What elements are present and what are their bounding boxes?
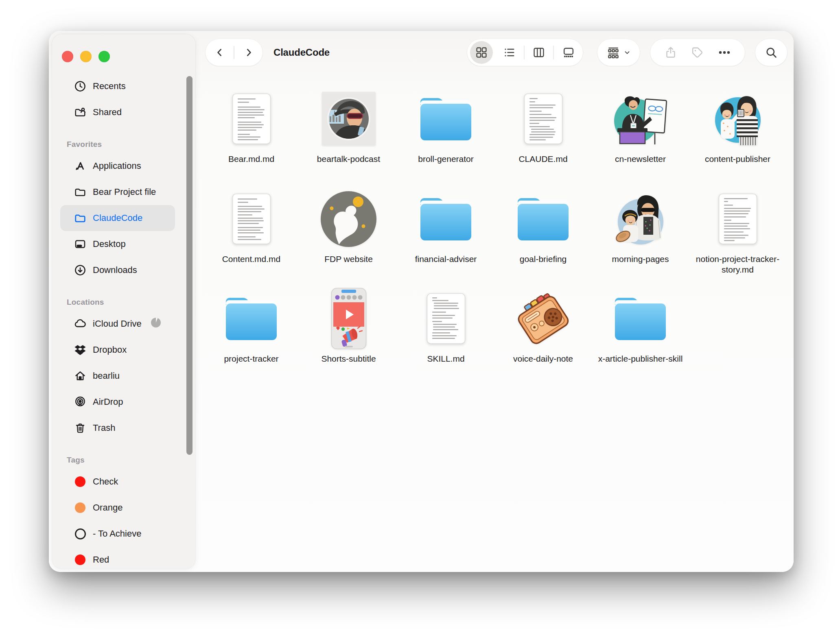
red-tag-dot [73,553,87,567]
sidebar-item-applications[interactable]: Applications [60,153,175,179]
share-button[interactable] [664,46,677,59]
image-thumbnail [300,288,397,349]
file-label: content-publisher [705,154,770,164]
sidebar-item-label: Dropbox [93,345,127,355]
file-fdp-website[interactable]: FDP website [300,188,397,275]
sidebar-item-label: Orange [93,502,122,513]
tag-button[interactable] [691,46,704,59]
sidebar-item-label: AirDrop [93,397,123,407]
sidebar-item-desktop[interactable]: Desktop [60,231,175,257]
sidebar-item-recents[interactable]: Recents [60,73,175,99]
folder-goal-briefing[interactable]: goal-briefing [494,188,592,275]
sidebar-tag-orange[interactable]: Orange [60,495,175,521]
file-bear-md[interactable]: Bear.md.md [203,88,300,164]
folder-project-tracker[interactable]: project-tracker [203,288,300,364]
sidebar-item-downloads[interactable]: Downloads [60,257,175,283]
file-beartalk-podcast[interactable]: beartalk-podcast [300,88,397,164]
sidebar-item-label: Applications [93,161,141,171]
view-switcher [467,39,583,66]
sidebar: Recents Shared Favorites Applications [52,34,195,569]
file-cn-newsletter[interactable]: cn-newsletter [592,88,689,164]
image-thumbnail [494,288,592,349]
airdrop-icon [73,395,87,409]
image-thumbnail [592,188,689,250]
document-icon [689,188,786,250]
sidebar-tag-to-achieve[interactable]: - To Achieve [60,521,175,547]
column-view-button[interactable] [525,39,552,66]
file-label: goal-briefing [520,254,567,264]
sidebar-item-label: Downloads [93,265,137,275]
search-icon [765,46,778,59]
more-button[interactable] [718,46,731,59]
file-label: x-article-publisher-skill [598,354,683,364]
image-thumbnail [689,88,786,150]
document-icon [203,188,300,250]
search-button[interactable] [755,39,787,66]
document-icon [397,288,494,349]
list-view-button[interactable] [496,39,523,66]
folder-broll-generator[interactable]: broll-generator [397,88,494,164]
sidebar-item-airdrop[interactable]: AirDrop [60,389,175,415]
sidebar-item-dropbox[interactable]: Dropbox [60,337,175,363]
file-label: Bear.md.md [228,154,274,164]
sidebar-item-trash[interactable]: Trash [60,415,175,441]
file-label: project-tracker [224,354,278,364]
home-icon [73,369,87,383]
file-shorts-subtitle[interactable]: Shorts-subtitle [300,288,397,364]
chevron-down-icon [623,49,631,56]
forward-button[interactable] [243,47,254,58]
folder-x-article-publisher-skill[interactable]: x-article-publisher-skill [592,288,689,364]
sidebar-tag-red[interactable]: Red [60,547,175,569]
file-content-md[interactable]: Content.md.md [203,188,300,275]
file-grid-row: Bear.md.md beartalk-podcast broll-genera… [203,88,786,164]
back-button[interactable] [214,47,225,58]
finder-window: Recents Shared Favorites Applications [49,31,794,572]
document-icon [203,88,300,150]
sidebar-item-label: Shared [93,107,122,118]
image-thumbnail [592,88,689,150]
file-label: Shorts-subtitle [321,354,376,364]
toolbar-divider [553,46,554,59]
appstore-icon [73,159,87,173]
image-thumbnail [300,88,397,150]
close-button[interactable] [62,51,73,62]
sidebar-item-shared[interactable]: Shared [60,99,175,125]
file-notion-project-tracker-story[interactable]: notion-project-tracker-story.md [689,188,786,275]
sidebar-section-tags: Tags [60,452,195,469]
file-skill-md[interactable]: SKILL.md [397,288,494,364]
file-label: broll-generator [418,154,474,164]
sidebar-item-bearliu[interactable]: bearliu [60,363,175,389]
icloud-icon [73,317,87,331]
minimize-button[interactable] [80,51,92,62]
gallery-view-button[interactable] [555,39,582,66]
traffic-lights [62,51,110,62]
group-by-button[interactable] [597,39,640,66]
document-icon [494,88,592,150]
sidebar-item-label: Trash [93,423,115,433]
file-label: CLAUDE.md [518,154,567,164]
downloads-icon [73,263,87,277]
sidebar-item-icloud-drive[interactable]: iCloud Drive [60,311,175,337]
dropbox-icon [73,343,87,357]
file-label: cn-newsletter [615,154,666,164]
sidebar-item-bear-project-file[interactable]: Bear Project file [60,179,175,205]
sidebar-item-label: Red [93,554,109,565]
file-morning-pages[interactable]: morning-pages [592,188,689,275]
sidebar-item-label: Desktop [93,239,126,249]
sidebar-scrollbar[interactable] [186,76,192,455]
sidebar-item-label: Check [93,476,118,487]
file-claude-md[interactable]: CLAUDE.md [494,88,592,164]
toolbar-divider [234,46,234,59]
desktop-icon [73,237,87,251]
file-label: morning-pages [612,254,669,264]
red-tag-dot [73,475,87,489]
file-label: FDP website [324,254,373,264]
sidebar-tag-check[interactable]: Check [60,469,175,495]
zoom-button[interactable] [98,51,110,62]
icon-view-button[interactable] [470,41,493,64]
file-content-publisher[interactable]: content-publisher [689,88,786,164]
file-voice-daily-note[interactable]: voice-daily-note [494,288,592,364]
window-title: ClaudeCode [273,39,330,66]
folder-financial-adviser[interactable]: financial-adviser [397,188,494,275]
sidebar-item-claudecode[interactable]: ClaudeCode [60,205,175,231]
